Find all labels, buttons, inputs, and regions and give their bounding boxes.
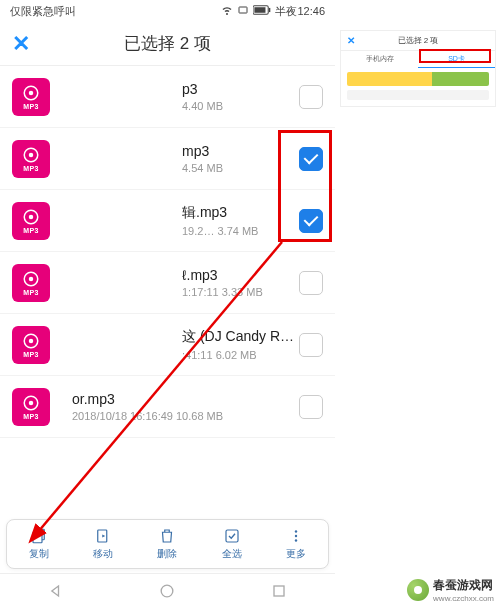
svg-rect-2 bbox=[255, 7, 266, 13]
mini-tab-internal: 手机内存 bbox=[341, 51, 418, 68]
file-info: 这 (DJ Candy Remix).m…:41:11 6.02 MB bbox=[62, 328, 299, 361]
battery-icon bbox=[253, 5, 271, 17]
svg-point-15 bbox=[29, 400, 34, 405]
svg-point-11 bbox=[29, 276, 34, 281]
list-item[interactable]: MP3 辑.mp319.2… 3.74 MB bbox=[0, 190, 335, 252]
checkbox[interactable] bbox=[299, 271, 323, 295]
mp3-icon: MP3 bbox=[12, 388, 50, 426]
card-icon bbox=[237, 4, 249, 18]
nav-home[interactable] bbox=[155, 579, 179, 603]
phone-screen: 仅限紧急呼叫 半夜12:46 ✕ 已选择 2 项 MP3 p34.40 MB M… bbox=[0, 0, 335, 607]
action-bar: 复制 移动 删除 全选 更多 bbox=[6, 519, 329, 569]
mp3-icon: MP3 bbox=[12, 326, 50, 364]
svg-point-21 bbox=[295, 535, 297, 537]
move-button[interactable]: 移动 bbox=[93, 527, 113, 561]
list-item[interactable]: MP3 p34.40 MB bbox=[0, 66, 335, 128]
file-info: mp34.54 MB bbox=[62, 143, 299, 174]
page-title: 已选择 2 项 bbox=[0, 32, 335, 55]
status-left: 仅限紧急呼叫 bbox=[10, 4, 76, 19]
file-info: or.mp32018/10/18 16:16:49 10.68 MB bbox=[62, 391, 299, 422]
checkbox[interactable] bbox=[299, 147, 323, 171]
list-item[interactable]: MP3 ℓ.mp31:17:11 3.33 MB bbox=[0, 252, 335, 314]
file-info: 辑.mp319.2… 3.74 MB bbox=[62, 204, 299, 237]
list-item[interactable]: MP3 mp34.54 MB bbox=[0, 128, 335, 190]
status-bar: 仅限紧急呼叫 半夜12:46 bbox=[0, 0, 335, 22]
svg-rect-3 bbox=[269, 8, 270, 12]
svg-rect-24 bbox=[274, 586, 284, 596]
svg-rect-19 bbox=[226, 530, 238, 542]
wifi-icon bbox=[221, 4, 233, 18]
svg-point-20 bbox=[295, 530, 297, 532]
selectall-button[interactable]: 全选 bbox=[222, 527, 242, 561]
svg-point-9 bbox=[29, 214, 34, 219]
checkbox[interactable] bbox=[299, 395, 323, 419]
svg-rect-17 bbox=[33, 532, 42, 543]
checkbox[interactable] bbox=[299, 209, 323, 233]
list-item[interactable]: MP3 or.mp32018/10/18 16:16:49 10.68 MB bbox=[0, 376, 335, 438]
file-list: MP3 p34.40 MB MP3 mp34.54 MB MP3 辑.mp319… bbox=[0, 66, 335, 438]
copy-button[interactable]: 复制 bbox=[29, 527, 49, 561]
mini-screenshot: ✕ 已选择 2 项 手机内存 SD卡 › bbox=[340, 30, 496, 107]
watermark-logo bbox=[407, 579, 429, 601]
status-time: 半夜12:46 bbox=[275, 4, 325, 19]
mp3-icon: MP3 bbox=[12, 78, 50, 116]
checkbox[interactable] bbox=[299, 333, 323, 357]
more-button[interactable]: 更多 bbox=[286, 527, 306, 561]
annotation-redbox-mini bbox=[419, 49, 491, 63]
svg-rect-0 bbox=[239, 7, 247, 13]
svg-point-23 bbox=[162, 585, 174, 597]
svg-point-22 bbox=[295, 539, 297, 541]
mp3-icon: MP3 bbox=[12, 264, 50, 302]
mp3-icon: MP3 bbox=[12, 140, 50, 178]
nav-back[interactable] bbox=[44, 579, 68, 603]
svg-point-5 bbox=[29, 90, 34, 95]
file-info: p34.40 MB bbox=[62, 81, 299, 112]
close-icon[interactable]: ✕ bbox=[12, 31, 30, 57]
checkbox[interactable] bbox=[299, 85, 323, 109]
header: ✕ 已选择 2 项 bbox=[0, 22, 335, 66]
watermark: 春蚕游戏网 www.czchxx.com bbox=[407, 577, 494, 603]
delete-button[interactable]: 删除 bbox=[157, 527, 177, 561]
android-nav bbox=[0, 573, 335, 607]
status-right: 半夜12:46 bbox=[221, 4, 325, 19]
svg-point-13 bbox=[29, 338, 34, 343]
svg-point-7 bbox=[29, 152, 34, 157]
nav-recent[interactable] bbox=[267, 579, 291, 603]
mp3-icon: MP3 bbox=[12, 202, 50, 240]
list-item[interactable]: MP3 这 (DJ Candy Remix).m…:41:11 6.02 MB bbox=[0, 314, 335, 376]
file-info: ℓ.mp31:17:11 3.33 MB bbox=[62, 267, 299, 298]
